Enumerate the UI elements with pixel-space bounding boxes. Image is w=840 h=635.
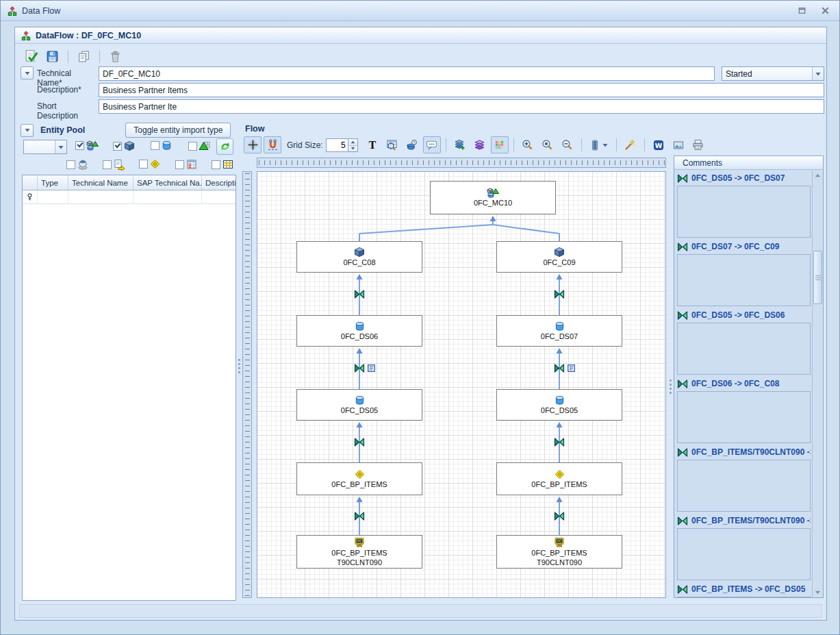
routine-icon[interactable] (367, 363, 376, 373)
node-0FC_C08[interactable]: 0FC_C08 (296, 241, 422, 273)
routine-icon[interactable] (567, 363, 576, 373)
comment-text-box[interactable] (677, 254, 811, 306)
node-0FC_DS05[interactable]: 0FC_DS05 (296, 389, 422, 421)
restore-button[interactable] (794, 5, 809, 17)
table-column-header[interactable]: Technical Name (68, 175, 133, 190)
stack-add-button[interactable] (451, 136, 469, 153)
comment-text-box[interactable] (677, 391, 811, 443)
filter-infoset[interactable] (188, 140, 211, 151)
table-zoom-button[interactable] (383, 136, 401, 153)
close-button[interactable] (817, 5, 832, 17)
comment-title-text: 0FC_BP_ITEMS/T90CLNT090 -> 0 (691, 516, 811, 525)
node-0FC_BP_ITEMS[interactable]: 0FC_BP_ITEMS (496, 462, 622, 495)
comment-title: 0FC_DS06 -> 0FC_C08 (677, 377, 811, 390)
filter-query[interactable] (175, 159, 197, 170)
filter-infocube[interactable] (113, 140, 135, 151)
entity-pool-collapse-button[interactable] (21, 124, 34, 137)
node-0FC_BP_ITEMS-T90CLNT090[interactable]: PC0FC_BP_ITEMST90CLNT090 (496, 535, 622, 569)
spin-up-icon[interactable] (348, 139, 357, 145)
grid-size-input[interactable] (326, 138, 348, 152)
infosource-checkbox[interactable] (139, 160, 148, 169)
scroll-down-icon[interactable] (813, 587, 823, 597)
color-grid-button[interactable] (491, 136, 509, 153)
grid-size-stepper[interactable] (326, 138, 358, 152)
scrollbar-thumb[interactable] (813, 251, 822, 304)
transformation-icon[interactable] (354, 437, 365, 447)
node-0FC_DS05[interactable]: 0FC_DS05 (496, 389, 622, 421)
text-button[interactable]: T (364, 136, 381, 153)
word-export-button[interactable]: W (650, 136, 667, 153)
filter-infosource[interactable] (139, 159, 160, 169)
query-checkbox[interactable] (175, 160, 184, 169)
spin-down-icon[interactable] (348, 145, 357, 151)
node-0FC_BP_ITEMS[interactable]: 0FC_BP_ITEMS (296, 462, 422, 495)
node-label: 0FC_DS05 (341, 406, 378, 415)
table-column-header[interactable]: Description Lo... (202, 175, 236, 190)
pin-icon[interactable] (23, 190, 38, 203)
copy-button[interactable] (75, 47, 93, 65)
scroll-up-icon[interactable] (813, 171, 823, 181)
description-input[interactable] (99, 83, 824, 97)
comment-bubble-button[interactable] (423, 136, 441, 153)
node-0FC_C09[interactable]: 0FC_C09 (496, 241, 622, 273)
data-preview-button[interactable] (403, 136, 421, 153)
comment-text-box[interactable] (677, 597, 811, 597)
toggle-entity-import-type-button[interactable]: Toggle entity import type (125, 123, 231, 138)
node-label: 0FC_MC10 (474, 199, 512, 208)
transformation-icon[interactable] (554, 363, 565, 373)
comment-text-box[interactable] (677, 460, 811, 512)
dso-checkbox[interactable] (151, 141, 160, 150)
zoom-original-button[interactable] (539, 136, 557, 153)
zoom-in-button[interactable] (519, 136, 537, 153)
comment-text-box[interactable] (677, 323, 811, 375)
status-combobox[interactable]: Started (722, 66, 824, 81)
layout-vertical-button[interactable] (587, 136, 611, 153)
transformation-icon[interactable] (354, 289, 365, 299)
node-0FC_DS07[interactable]: 0FC_DS07 (496, 315, 622, 347)
comment-text-box[interactable] (677, 528, 811, 580)
zoom-out-button[interactable] (559, 136, 576, 153)
entity-table-filter-row[interactable] (23, 190, 236, 204)
filter-multiprovider[interactable] (75, 140, 99, 151)
short-description-input[interactable] (99, 99, 824, 114)
chevron-down-icon[interactable] (812, 67, 824, 80)
filter-openhub[interactable] (66, 159, 88, 170)
table-column-header[interactable]: SAP Technical Na... (133, 175, 202, 190)
activate-button[interactable] (22, 47, 40, 65)
transformation-icon[interactable] (554, 437, 565, 447)
image-export-button[interactable] (670, 136, 687, 153)
infocube-checkbox[interactable] (113, 142, 122, 151)
table-grid-checkbox[interactable] (212, 160, 220, 169)
save-button[interactable] (43, 47, 62, 65)
filter-table-grid[interactable] (212, 159, 233, 170)
datasource-doc-checkbox[interactable] (103, 160, 112, 169)
node-0FC_MC10[interactable]: 0FC_MC10 (430, 181, 556, 214)
transformation-icon[interactable] (354, 511, 365, 521)
transformation-icon[interactable] (554, 511, 565, 521)
filter-dso[interactable] (151, 140, 172, 151)
filter-datasource-doc[interactable] (103, 159, 125, 171)
form-collapse-button[interactable] (21, 66, 34, 79)
comments-scrollbar[interactable] (812, 171, 823, 597)
node-0FC_BP_ITEMS-T90CLNT090[interactable]: PC0FC_BP_ITEMST90CLNT090 (296, 535, 422, 569)
left-splitter[interactable] (237, 354, 242, 377)
print-button[interactable] (689, 136, 707, 153)
table-column-header[interactable]: Type (38, 175, 68, 190)
openhub-checkbox[interactable] (66, 160, 75, 169)
comment-text-box[interactable] (677, 186, 811, 238)
multiprovider-checkbox[interactable] (75, 141, 84, 150)
flow-canvas[interactable]: 0FC_MC100FC_C080FC_C090FC_DS060FC_DS070F… (257, 171, 666, 598)
magnet-button[interactable] (264, 136, 281, 153)
technical-name-input[interactable] (99, 66, 715, 81)
chevron-down-icon[interactable] (602, 140, 609, 150)
right-splitter[interactable] (668, 375, 673, 398)
grid-crosshair-button[interactable] (244, 136, 262, 153)
layers-button[interactable] (471, 136, 489, 153)
delete-button[interactable] (106, 47, 125, 65)
infoset-checkbox[interactable] (188, 142, 197, 151)
refresh-button[interactable] (216, 138, 233, 155)
transformation-icon[interactable] (554, 289, 565, 299)
transformation-icon[interactable] (354, 363, 365, 373)
magic-wand-button[interactable] (622, 136, 639, 153)
node-0FC_DS06[interactable]: 0FC_DS06 (296, 315, 422, 347)
